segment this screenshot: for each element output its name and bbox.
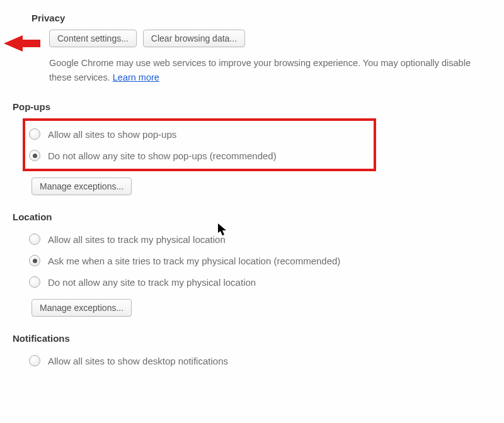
notifications-allow-label: Allow all sites to show desktop notifica…: [48, 356, 228, 366]
location-block-row[interactable]: Do not allow any site to track my physic…: [26, 271, 491, 293]
notifications-allow-row[interactable]: Allow all sites to show desktop notifica…: [26, 350, 491, 371]
radio-icon: [29, 150, 40, 161]
location-block-label: Do not allow any site to track my physic…: [48, 277, 256, 288]
popups-highlight-box: Allow all sites to show pop-ups Do not a…: [23, 118, 376, 171]
learn-more-link[interactable]: Learn more: [113, 72, 159, 82]
notifications-heading: Notifications: [13, 333, 491, 344]
clear-browsing-data-button[interactable]: Clear browsing data...: [143, 30, 245, 47]
svg-marker-0: [4, 35, 40, 52]
radio-icon: [29, 128, 40, 140]
popups-block-label: Do not allow any site to show pop-ups (r…: [48, 150, 277, 161]
radio-icon: [29, 234, 40, 245]
popups-allow-row[interactable]: Allow all sites to show pop-ups: [26, 123, 370, 145]
popups-allow-label: Allow all sites to show pop-ups: [48, 129, 176, 140]
radio-icon: [29, 255, 40, 266]
radio-icon: [29, 276, 40, 288]
location-ask-row[interactable]: Ask me when a site tries to track my phy…: [26, 250, 491, 271]
popups-heading: Pop-ups: [13, 101, 491, 112]
location-ask-label: Ask me when a site tries to track my phy…: [48, 256, 340, 266]
privacy-description: Google Chrome may use web services to im…: [49, 56, 478, 85]
location-heading: Location: [13, 212, 491, 222]
location-allow-label: Allow all sites to track my physical loc…: [48, 234, 226, 245]
popups-manage-exceptions-button[interactable]: Manage exceptions...: [32, 178, 132, 195]
red-arrow-annotation: [4, 34, 40, 53]
content-settings-button[interactable]: Content settings...: [49, 30, 137, 47]
radio-icon: [29, 355, 40, 366]
location-manage-exceptions-button[interactable]: Manage exceptions...: [32, 299, 132, 317]
popups-block-row[interactable]: Do not allow any site to show pop-ups (r…: [26, 145, 370, 166]
location-allow-row[interactable]: Allow all sites to track my physical loc…: [26, 228, 491, 250]
privacy-heading: Privacy: [32, 13, 491, 23]
